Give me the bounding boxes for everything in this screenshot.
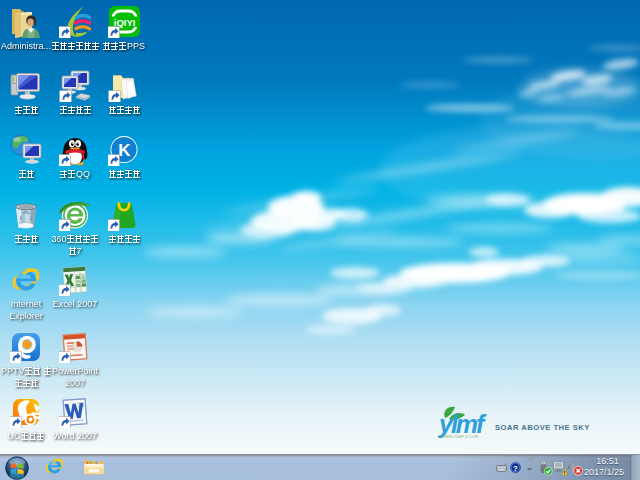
svg-text:WWW.YLMF-Z.COM: WWW.YLMF-Z.COM xyxy=(441,434,478,439)
svg-text:SOAR ABOVE THE SKY: SOAR ABOVE THE SKY xyxy=(495,423,590,432)
svg-text:?: ? xyxy=(513,464,518,473)
svg-text:iQIYI: iQIYI xyxy=(114,17,136,28)
svg-text:K: K xyxy=(118,141,131,160)
